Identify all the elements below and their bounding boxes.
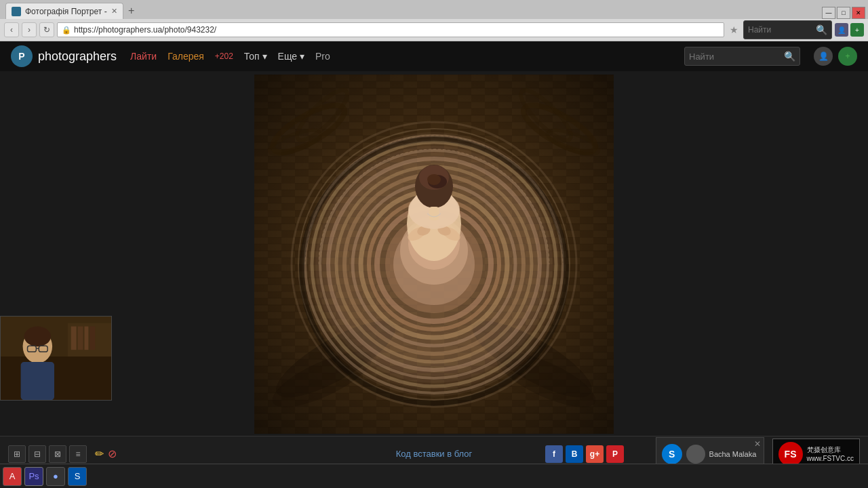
browser-search-button[interactable]: 🔍 (816, 24, 827, 35)
social-share-icons: f B g+ P (545, 445, 624, 463)
tab-bar: Фотографiя Портрет - ✕ + — □ ✕ (0, 0, 868, 19)
extension-icon-1[interactable]: 👤 (835, 23, 848, 37)
minimize-button[interactable]: — (822, 7, 835, 19)
site-search-input[interactable] (689, 52, 784, 62)
window-controls: — □ ✕ (822, 7, 868, 19)
site-logo[interactable]: P photographers (11, 45, 117, 67)
browser-chrome: Фотографiя Портрет - ✕ + — □ ✕ ‹ › ↻ 🔒 h… (0, 0, 868, 41)
brand-text: 梵摄创意库 www.FSTVC.cc (807, 445, 854, 463)
photo-background (254, 75, 614, 434)
svg-rect-59 (84, 327, 88, 350)
back-button[interactable]: ‹ (4, 22, 19, 37)
brand-logo-text: FS (785, 449, 797, 460)
edit-tools: ✏ ⊘ (95, 447, 117, 460)
active-tab[interactable]: Фотографiя Портрет - ✕ (5, 3, 123, 19)
taskbar-btn-a[interactable]: A (3, 467, 22, 486)
vk-share-button[interactable]: B (566, 445, 583, 463)
forward-button[interactable]: › (22, 22, 37, 37)
no-icon[interactable]: ⊘ (108, 447, 117, 460)
skype-username: Bacha Malaka (709, 450, 757, 458)
google-share-button[interactable]: g+ (586, 445, 604, 463)
nav-link-login[interactable]: Лайти (130, 51, 157, 62)
svg-rect-60 (90, 327, 95, 350)
skype-close-button[interactable]: ✕ (754, 439, 761, 449)
user-avatar-icon[interactable]: 👤 (814, 47, 833, 66)
photo-container (254, 75, 614, 434)
svg-point-51 (427, 174, 441, 185)
site-navbar: P photographers Лайти Галерея +202 Топ ▾… (0, 41, 868, 71)
skype-user-avatar (686, 445, 705, 464)
webcam-overlay (0, 316, 112, 401)
photo-artwork (254, 75, 614, 434)
svg-rect-52 (429, 207, 439, 220)
site-search-button[interactable]: 🔍 (784, 51, 795, 62)
new-tab-button[interactable]: + (123, 3, 140, 19)
webcam-svg (1, 316, 111, 401)
svg-rect-57 (71, 327, 77, 350)
svg-point-62 (24, 327, 52, 347)
url-text: https://photographers.ua/photo/943232/ (74, 25, 216, 35)
nav-link-more[interactable]: Еще ▾ (278, 51, 304, 62)
site-search-box[interactable]: 🔍 (684, 47, 800, 66)
address-box[interactable]: 🔒 https://photographers.ua/photo/943232/ (57, 22, 724, 37)
pinterest-share-button[interactable]: P (606, 445, 624, 463)
facebook-share-button[interactable]: f (545, 445, 563, 463)
reload-button[interactable]: ↻ (39, 22, 54, 37)
svg-rect-58 (78, 327, 83, 350)
notification-icon[interactable]: + (838, 47, 857, 66)
extension-icon-2[interactable]: + (850, 23, 864, 37)
nav-link-gallery[interactable]: Галерея (167, 51, 204, 62)
lock-icon: 🔒 (62, 26, 71, 35)
svg-rect-63 (21, 362, 54, 400)
svg-rect-55 (1, 357, 111, 400)
nav-links: Лайти Галерея +202 Топ ▾ Еще ▾ Pro (130, 51, 330, 62)
pencil-icon[interactable]: ✏ (95, 447, 104, 460)
nav-link-pro[interactable]: Pro (315, 51, 330, 62)
browser-search-input[interactable] (748, 25, 816, 35)
view-icon-4[interactable]: ≡ (69, 445, 87, 463)
close-window-button[interactable]: ✕ (852, 7, 865, 19)
nav-user-icons: 👤 + (814, 47, 857, 66)
address-bar-row: ‹ › ↻ 🔒 https://photographers.ua/photo/9… (0, 19, 868, 41)
taskbar-btn-skype[interactable]: S (68, 467, 87, 486)
brand-line1: 梵摄创意库 (807, 445, 854, 454)
view-icons: ⊞ ⊟ ⊠ ≡ (8, 445, 87, 463)
tab-close-button[interactable]: ✕ (111, 7, 117, 16)
brand-line2: www.FSTVC.cc (807, 454, 854, 463)
skype-logo-text: S (669, 449, 675, 460)
browser-search-box[interactable]: 🔍 (743, 20, 832, 39)
bookmark-button[interactable]: ★ (727, 24, 741, 35)
brand-logo: FS (778, 442, 803, 466)
nav-link-top[interactable]: Топ ▾ (244, 51, 267, 62)
taskbar-btn-rec[interactable]: ● (46, 467, 65, 486)
nav-badge-count: +202 (215, 52, 233, 61)
extension-icons: 👤 + (835, 23, 864, 37)
embed-link[interactable]: Код вставки в блог (396, 449, 473, 459)
taskbar: A Ps ● S (0, 464, 868, 488)
taskbar-btn-ps[interactable]: Ps (24, 467, 43, 486)
webcam-feed (1, 317, 111, 400)
view-icon-3[interactable]: ⊠ (49, 445, 66, 463)
skype-logo: S (662, 444, 682, 464)
maximize-button[interactable]: □ (837, 7, 850, 19)
tab-favicon (12, 7, 21, 16)
main-content (0, 71, 868, 436)
view-icon-2[interactable]: ⊟ (28, 445, 46, 463)
logo-circle: P (11, 45, 33, 67)
logo-char: P (18, 51, 24, 62)
tab-title: Фотографiя Портрет - (25, 7, 107, 16)
view-icon-1[interactable]: ⊞ (8, 445, 26, 463)
site-name: photographers (38, 49, 117, 64)
